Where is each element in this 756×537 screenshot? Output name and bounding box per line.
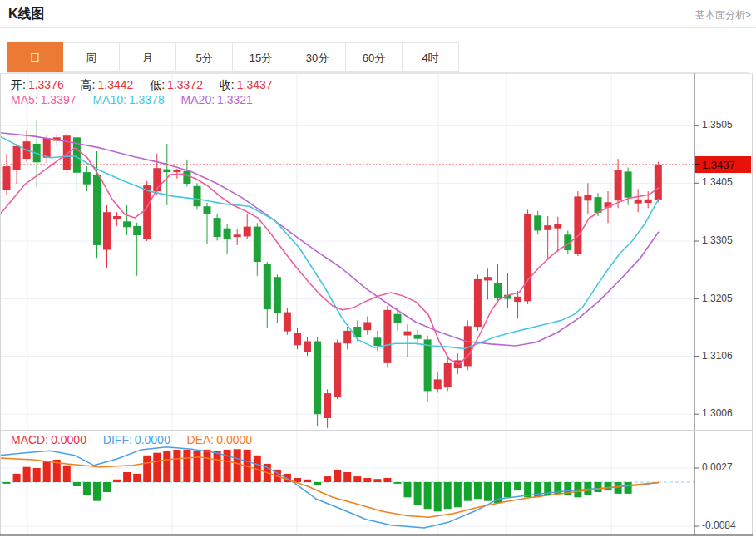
close-label: 收: (220, 78, 235, 91)
tab-5min[interactable]: 5分 (176, 42, 233, 72)
macd-bar (43, 461, 51, 482)
candle-body (274, 277, 281, 313)
macd-bar (13, 474, 21, 482)
candle-body (264, 264, 271, 309)
candle-body (3, 166, 11, 190)
ma5-value: 1.3397 (41, 93, 77, 106)
macd-bar (214, 451, 221, 482)
tab-4hour[interactable]: 4时 (403, 42, 459, 72)
candle-body (494, 283, 502, 298)
macd-bar (534, 482, 541, 497)
macd-tick-label: -0.0084 (702, 520, 750, 531)
macd-bar (143, 456, 151, 482)
price-tick-label: 1.3205 (702, 293, 750, 304)
macd-bar (304, 480, 311, 482)
candle-body (304, 342, 311, 352)
ma-legend: MA5:1.3397 MA10:1.3378 MA20:1.3321 (11, 93, 255, 106)
candle-body (194, 186, 201, 206)
price-tick-label: 1.3106 (702, 350, 750, 362)
macd-bar (464, 482, 472, 501)
fundamental-analysis-link[interactable]: 基本面分析> (695, 8, 751, 22)
macd-bar (103, 482, 111, 492)
macd-bar (454, 482, 462, 507)
ma10-value: 1.3378 (129, 93, 165, 106)
diff-label: DIFF: (103, 433, 132, 446)
candle-body (424, 339, 432, 391)
tab-day[interactable]: 日 (7, 42, 63, 72)
price-tick-label: 1.3305 (702, 234, 750, 246)
candle-body (534, 215, 541, 230)
macd-bar (424, 482, 432, 509)
header-divider (0, 27, 756, 28)
dea-value: 0.0000 (216, 433, 252, 446)
candle-body (103, 212, 111, 249)
macd-bar (234, 449, 241, 482)
macd-bar (605, 482, 612, 490)
candle-body (234, 234, 241, 237)
candle-body (133, 226, 141, 235)
macd-value: 0.0000 (51, 433, 86, 446)
candle-body (434, 379, 442, 389)
tab-15min[interactable]: 15分 (233, 42, 289, 72)
candle-body (363, 323, 371, 331)
close-value: 1.3437 (237, 78, 273, 91)
candle-body (484, 277, 492, 280)
candle-body (635, 200, 642, 204)
open-value: 1.3376 (28, 78, 64, 91)
candle-body (574, 196, 581, 254)
candle-body (173, 170, 180, 172)
candle-body (284, 313, 291, 332)
macd-bar (194, 451, 201, 482)
macd-bar (484, 482, 492, 501)
macd-bar (93, 482, 101, 501)
candle-body (544, 225, 551, 230)
price-tick-label: 1.3006 (702, 407, 750, 419)
candle-body (343, 331, 351, 343)
candle-body (83, 172, 91, 185)
macd-bar (343, 472, 351, 482)
candle-body (183, 171, 190, 184)
tab-30min[interactable]: 30分 (289, 42, 346, 72)
macd-bar (133, 474, 141, 482)
candle-body (324, 393, 331, 418)
macd-bar (163, 451, 170, 482)
candle-body (43, 138, 51, 158)
candle-body (615, 170, 622, 200)
candle-body (584, 195, 591, 200)
candle-body (383, 310, 391, 363)
candle-body (334, 343, 341, 397)
macd-bar (373, 479, 381, 482)
candle-body (514, 297, 521, 302)
candle-body (645, 200, 652, 203)
macd-bar (324, 476, 331, 482)
macd-bar (514, 482, 521, 490)
macd-bar (314, 482, 321, 485)
candle-body (554, 224, 561, 229)
candle-body (394, 314, 402, 323)
candle-body (414, 335, 422, 339)
tab-60min[interactable]: 60分 (346, 42, 403, 72)
ma20-value: 1.3321 (217, 93, 253, 106)
macd-bar (73, 482, 81, 486)
macd-bar (394, 482, 402, 484)
candle-body (224, 229, 231, 239)
candle-body (214, 218, 221, 237)
candle-body (143, 185, 151, 239)
macd-bar (83, 482, 91, 495)
macd-bar (153, 453, 161, 482)
tab-week[interactable]: 周 (63, 42, 120, 72)
macd-bar (434, 482, 442, 511)
macd-bar (113, 480, 121, 482)
tab-month[interactable]: 月 (120, 42, 176, 72)
macd-tick-label: 0.0027 (702, 461, 750, 473)
open-label: 开: (11, 78, 26, 91)
candle-body (625, 171, 632, 197)
ma10-label: MA10: (92, 93, 126, 106)
macd-bar (173, 450, 180, 482)
period-tabbar: 日 周 月 5分 15分 30分 60分 4时 (7, 42, 749, 73)
macd-bar (353, 476, 361, 482)
tag-tick-dash (695, 164, 699, 165)
candle-body (524, 214, 531, 302)
macd-bar (204, 450, 211, 482)
macd-bar (63, 466, 71, 482)
